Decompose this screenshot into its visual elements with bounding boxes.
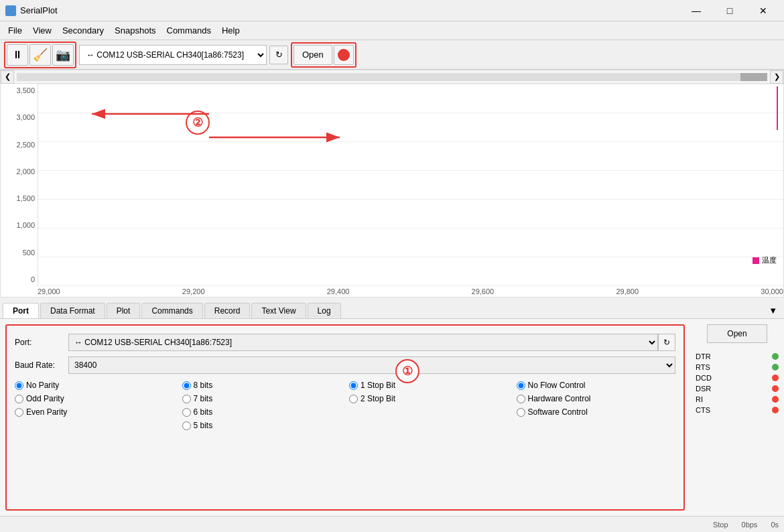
tab-port[interactable]: Port bbox=[3, 303, 39, 318]
even-parity-option[interactable]: Even Parity bbox=[15, 407, 174, 417]
bottom-panel: Port: ↔ COM12 USB-SERIAL CH340[1a86:7523… bbox=[0, 319, 784, 516]
odd-parity-option[interactable]: Odd Parity bbox=[15, 394, 174, 403]
menu-view[interactable]: View bbox=[27, 23, 57, 38]
port-row: Port: ↔ COM12 USB-SERIAL CH340[1a86:7523… bbox=[15, 334, 675, 351]
menu-file[interactable]: File bbox=[3, 23, 27, 38]
x-label-30000: 30,000 bbox=[761, 287, 783, 295]
close-button[interactable]: ✕ bbox=[748, 3, 779, 19]
x-label-29400: 29,400 bbox=[327, 287, 350, 295]
7bits-radio[interactable] bbox=[182, 395, 191, 403]
tab-data-format[interactable]: Data Format bbox=[40, 303, 105, 318]
open-record-group: Open bbox=[291, 42, 356, 68]
annotation-arrows bbox=[38, 84, 783, 285]
cts-dot bbox=[772, 407, 779, 413]
tab-log[interactable]: Log bbox=[308, 303, 341, 318]
no-parity-option[interactable]: No Parity bbox=[15, 381, 174, 390]
annotation-circle-2: ② bbox=[186, 111, 210, 135]
even-parity-radio[interactable] bbox=[15, 408, 23, 417]
2stopbit-option[interactable]: 2 Stop Bit bbox=[349, 394, 509, 403]
no-parity-radio[interactable] bbox=[15, 381, 23, 390]
status-speed: 0bps bbox=[742, 521, 758, 529]
6bits-radio[interactable] bbox=[182, 408, 191, 417]
menubar: File View Secondary Snapshots Commands H… bbox=[0, 21, 784, 40]
tabs-overflow-button[interactable]: ▼ bbox=[765, 303, 781, 318]
record-button[interactable] bbox=[334, 45, 354, 65]
snapshot-button[interactable]: 📷 bbox=[52, 44, 74, 66]
5bits-option[interactable]: 5 bits bbox=[182, 421, 342, 430]
port-selector[interactable]: ↔ COM12 USB-SERIAL CH340[1a86:7523] bbox=[79, 45, 267, 65]
stopbits-column: 1 Stop Bit 2 Stop Bit bbox=[349, 381, 509, 430]
dcd-label: DCD bbox=[696, 374, 712, 382]
refresh-port-button[interactable]: ↻ bbox=[269, 46, 288, 64]
tab-plot[interactable]: Plot bbox=[107, 303, 141, 318]
grid-line-7 bbox=[38, 285, 783, 286]
chart-x-axis: 29,000 29,200 29,400 29,600 29,800 30,00… bbox=[1, 286, 783, 297]
toolbar: ⏸ 🧹 📷 ↔ COM12 USB-SERIAL CH340[1a86:7523… bbox=[0, 40, 784, 70]
menu-help[interactable]: Help bbox=[216, 23, 245, 38]
1stopbit-radio[interactable] bbox=[349, 381, 358, 390]
open-port-button[interactable]: Open bbox=[707, 324, 767, 343]
snapshot-icon: 📷 bbox=[56, 48, 70, 62]
menu-commands[interactable]: Commands bbox=[161, 23, 216, 38]
port-refresh-button[interactable]: ↻ bbox=[658, 334, 675, 351]
titlebar-left: SerialPlot bbox=[5, 5, 58, 16]
maximize-button[interactable]: □ bbox=[714, 3, 745, 19]
dtr-label: DTR bbox=[696, 352, 711, 360]
legend-label: 温度 bbox=[762, 255, 777, 265]
7bits-option[interactable]: 7 bits bbox=[182, 394, 342, 403]
menu-secondary[interactable]: Secondary bbox=[57, 23, 109, 38]
dcd-dot bbox=[772, 375, 779, 381]
toolbar-left-group: ⏸ 🧹 📷 bbox=[4, 42, 76, 68]
ri-row: RI bbox=[696, 395, 779, 403]
scroll-left-button[interactable]: ❮ bbox=[1, 70, 14, 84]
2stopbit-radio[interactable] bbox=[349, 395, 358, 403]
menu-snapshots[interactable]: Snapshots bbox=[109, 23, 161, 38]
1stopbit-option[interactable]: 1 Stop Bit bbox=[349, 381, 509, 390]
y-label-2500: 2,500 bbox=[1, 141, 35, 149]
tab-commands[interactable]: Commands bbox=[141, 303, 202, 318]
baud-row: Baud Rate: 38400 bbox=[15, 356, 675, 374]
x-label-29600: 29,600 bbox=[472, 287, 495, 295]
baud-select[interactable]: 38400 bbox=[68, 356, 675, 374]
minimize-button[interactable]: — bbox=[681, 3, 712, 19]
refresh-icon: ↻ bbox=[275, 50, 283, 60]
no-flow-radio[interactable] bbox=[517, 381, 525, 390]
y-label-1000: 1,000 bbox=[1, 221, 35, 229]
6bits-option[interactable]: 6 bits bbox=[182, 407, 342, 417]
sw-flow-radio[interactable] bbox=[517, 408, 525, 417]
x-label-29000: 29,000 bbox=[38, 287, 60, 295]
y-label-3500: 3,500 bbox=[1, 86, 35, 94]
hw-flow-radio[interactable] bbox=[517, 395, 525, 403]
tabs-bar: Port Data Format Plot Commands Record Te… bbox=[0, 297, 784, 319]
sw-flow-option[interactable]: Software Control bbox=[517, 407, 676, 417]
tab-text-view[interactable]: Text View bbox=[251, 303, 306, 318]
scroll-right-button[interactable]: ❯ bbox=[770, 70, 783, 84]
pause-button[interactable]: ⏸ bbox=[7, 44, 28, 66]
grid-line-4 bbox=[38, 199, 783, 200]
right-panel: Open DTR RTS DCD bbox=[690, 319, 784, 516]
hw-flow-option[interactable]: Hardware Control bbox=[517, 394, 676, 403]
dtr-dot bbox=[772, 353, 779, 360]
chart-y-axis: 3,500 3,000 2,500 2,000 1,500 1,000 500 … bbox=[1, 84, 38, 286]
no-flow-option[interactable]: No Flow Control bbox=[517, 381, 676, 390]
window-controls: — □ ✕ bbox=[681, 3, 779, 19]
tab-record[interactable]: Record bbox=[204, 303, 251, 318]
dtr-row: DTR bbox=[696, 352, 779, 360]
chart-inner: 3,500 3,000 2,500 2,000 1,500 1,000 500 … bbox=[1, 84, 783, 286]
chart-container: ❮ ❯ 3,500 3,000 2,500 2,000 1,500 1,000 … bbox=[0, 70, 784, 297]
annotation-circle-1: ① bbox=[395, 359, 419, 383]
status-stop: Stop bbox=[713, 521, 728, 529]
8bits-option[interactable]: 8 bits bbox=[182, 381, 342, 390]
grid-line-6 bbox=[38, 257, 783, 257]
odd-parity-radio[interactable] bbox=[15, 395, 23, 403]
scroll-track[interactable] bbox=[17, 73, 767, 81]
clear-button[interactable]: 🧹 bbox=[29, 44, 51, 66]
parity-column: No Parity Odd Parity Even Parity bbox=[15, 381, 174, 430]
5bits-radio[interactable] bbox=[182, 421, 191, 430]
open-button[interactable]: Open bbox=[293, 45, 332, 65]
rts-label: RTS bbox=[696, 363, 710, 371]
8bits-radio[interactable] bbox=[182, 381, 191, 390]
databits-column: 8 bits 7 bits 6 bits 5 bits bbox=[182, 381, 342, 430]
cts-row: CTS bbox=[696, 406, 779, 414]
port-select[interactable]: ↔ COM12 USB-SERIAL CH340[1a86:7523] bbox=[68, 334, 658, 351]
